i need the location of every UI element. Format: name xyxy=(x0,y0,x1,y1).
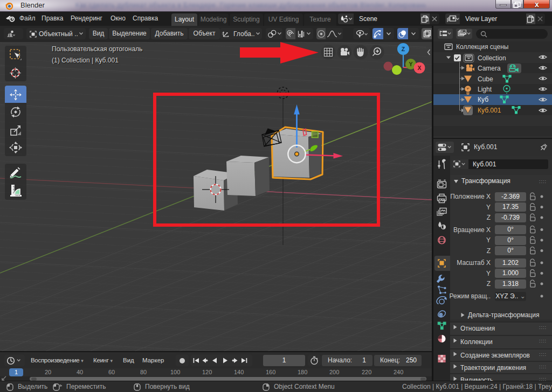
svg-text:Коллекция сцены: Коллекция сцены xyxy=(456,43,508,51)
svg-text:X: X xyxy=(417,65,421,71)
svg-text:Cube: Cube xyxy=(478,75,493,83)
svg-text:Y: Y xyxy=(409,61,412,67)
svg-text:Collection: Collection xyxy=(478,54,506,62)
svg-text:Куб.001: Куб.001 xyxy=(478,107,501,114)
svg-text:Light: Light xyxy=(478,86,492,93)
svg-text:Camera: Camera xyxy=(478,65,501,72)
svg-text:Z: Z xyxy=(402,46,405,52)
svg-text:Куб: Куб xyxy=(478,96,488,103)
